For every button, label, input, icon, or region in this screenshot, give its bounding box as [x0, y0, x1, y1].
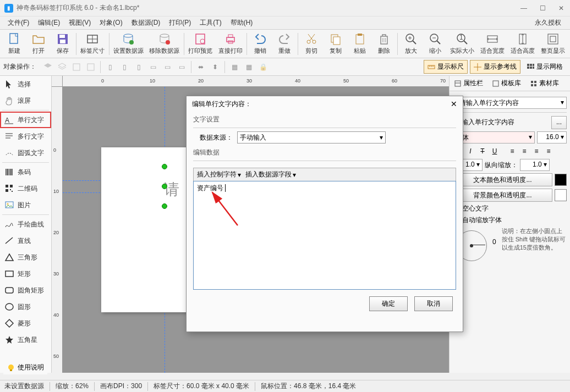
menu-help[interactable]: 帮助(H) — [227, 17, 256, 29]
menu-view[interactable]: 视图(V) — [65, 17, 94, 29]
content-more-button[interactable]: ... — [551, 116, 567, 129]
tool-diamond[interactable]: 菱形 — [0, 315, 51, 332]
menu-edit[interactable]: 编辑(E) — [35, 17, 63, 29]
tb-ds-set[interactable]: 设置数据源 — [111, 31, 146, 57]
tool-text1[interactable]: A单行文字 — [0, 112, 51, 128]
tb-zoom1[interactable]: 1实际大小 — [447, 31, 478, 57]
menu-file[interactable]: 文件(F) — [4, 17, 32, 29]
tool-line[interactable]: 直线 — [0, 233, 51, 249]
tool-qr[interactable]: 二维码 — [0, 180, 51, 197]
show-guides-toggle[interactable]: 显示参考线 — [470, 60, 520, 74]
tool-pointer[interactable]: 选择 — [0, 76, 51, 92]
tool-circle[interactable]: 圆形 — [0, 299, 51, 315]
tab-templates[interactable]: 模板库 — [490, 78, 523, 89]
handle-mid[interactable] — [162, 184, 167, 189]
tab-properties[interactable]: 属性栏 — [452, 78, 485, 89]
show-ruler-toggle[interactable]: 显示标尺 — [424, 60, 468, 74]
dialog-textarea[interactable]: 资产编号 — [193, 181, 456, 290]
dist-h-icon[interactable]: ⬌ — [195, 61, 207, 73]
maximize-button[interactable]: ☐ — [538, 4, 547, 12]
tool-freehand[interactable]: 手绘曲线 — [0, 216, 51, 233]
text-content-dropdown[interactable]: - 请输入单行文字内容▾ — [453, 97, 567, 109]
tb-cut[interactable]: 剪切 — [299, 31, 324, 57]
tb-new[interactable]: 新建 — [2, 31, 26, 57]
dialog-ok-button[interactable]: 确定 — [369, 296, 408, 311]
handle-bot[interactable] — [162, 203, 167, 209]
insert-datasource-field-button[interactable]: 插入数据源字段▾ — [245, 170, 296, 179]
align-right-button[interactable]: ≡ — [531, 146, 542, 157]
align-justify-button[interactable]: ≡ — [543, 146, 554, 157]
tb-copy[interactable]: 复制 — [324, 31, 348, 57]
layer-icon[interactable] — [42, 61, 54, 73]
align-right-icon[interactable]: ▯ — [133, 61, 145, 73]
tb-zoomin[interactable]: 放大 — [399, 31, 423, 57]
tool-textarc[interactable]: 圆弧文字 — [0, 145, 51, 161]
help-button[interactable]: 使用说明 — [3, 361, 47, 374]
vscale-input[interactable]: 1.0 ▾ — [520, 159, 550, 171]
tb-preview[interactable]: 打印预览 — [185, 31, 216, 57]
close-button[interactable]: ✕ — [557, 4, 566, 12]
insert-control-char-button[interactable]: 插入控制字符▾ — [197, 170, 241, 179]
layer2-icon[interactable] — [56, 61, 68, 73]
tool-image[interactable]: 图片 — [0, 197, 51, 213]
text-color-swatch[interactable] — [555, 174, 567, 186]
font-select[interactable]: 宋体▾ — [453, 131, 535, 143]
tb-paste[interactable]: 粘贴 — [348, 31, 372, 57]
rotate-help: 说明：在左侧小圆点上按住 Shift 键拖动鼠标可以生成15度倍数角。 — [502, 227, 567, 252]
titlebar: ▮ 神奇条码标签打印系统 6.0 - 未命名1.lbcp* — ☐ ✕ — [0, 0, 570, 16]
align-left-button[interactable]: ≡ — [507, 146, 518, 157]
layer4-icon[interactable] — [85, 61, 97, 73]
tb-fitp[interactable]: 整页显示 — [538, 31, 568, 57]
dist-v-icon[interactable]: ⬍ — [209, 61, 221, 73]
tool-tri[interactable]: 三角形 — [0, 249, 51, 266]
align-top-icon[interactable]: ▭ — [147, 61, 159, 73]
font-size-input[interactable]: 16.0 ▾ — [537, 131, 567, 143]
bg-color-button[interactable]: 背景颜色和透明度... — [453, 189, 552, 202]
menu-datasource[interactable]: 数据源(D) — [128, 17, 164, 29]
italic-button[interactable]: I — [465, 146, 476, 157]
tb-print[interactable]: 直接打印 — [215, 31, 245, 57]
tb-redo[interactable]: 重做 — [272, 31, 297, 57]
tb-delete[interactable]: 删除 — [372, 31, 396, 57]
dialog-cancel-button[interactable]: 取消 — [414, 296, 453, 311]
tool-star[interactable]: 五角星 — [0, 332, 51, 348]
align-bottom-icon[interactable]: ▭ — [176, 61, 188, 73]
align-center-icon[interactable]: ▯ — [118, 61, 130, 73]
strike-button[interactable]: T — [477, 146, 488, 157]
tb-ds-del[interactable]: 移除数据源 — [146, 31, 182, 57]
svg-rect-84 — [534, 84, 536, 86]
menu-object[interactable]: 对象(O) — [96, 17, 125, 29]
tb-open[interactable]: 打开 — [26, 31, 51, 57]
tb-fitw[interactable]: 适合宽度 — [478, 31, 508, 57]
tb-zoomout[interactable]: 缩小 — [423, 31, 447, 57]
group-icon[interactable]: ▦ — [228, 61, 240, 73]
menu-print[interactable]: 打印(P) — [166, 17, 194, 29]
align-center-button[interactable]: ≡ — [519, 146, 530, 157]
align-left-icon[interactable]: ▯ — [104, 61, 116, 73]
text-color-button[interactable]: 文本颜色和透明度... — [453, 173, 552, 186]
tool-barcode[interactable]: 条码 — [0, 164, 51, 180]
fitw-icon — [486, 32, 499, 46]
tool-rect[interactable]: 矩形 — [0, 266, 51, 282]
tb-undo[interactable]: 撤销 — [248, 31, 272, 57]
show-grid-toggle[interactable]: 显示网格 — [523, 60, 567, 74]
minimize-button[interactable]: — — [519, 4, 528, 12]
layer3-icon[interactable] — [70, 61, 83, 73]
lock-icon[interactable]: 🔒 — [257, 61, 269, 73]
menu-tools[interactable]: 工具(T) — [196, 17, 224, 29]
tab-assets[interactable]: 素材库 — [528, 78, 561, 89]
underline-button[interactable]: U — [489, 146, 500, 157]
text-object[interactable]: 请 — [164, 179, 179, 200]
tb-fith[interactable]: 适合高度 — [507, 31, 538, 57]
tb-save[interactable]: 保存 — [51, 31, 75, 57]
tool-textm[interactable]: 多行文字 — [0, 128, 51, 145]
dialog-close-button[interactable]: ✕ — [451, 100, 457, 108]
tool-hand[interactable]: 滚屏 — [0, 92, 51, 109]
ungroup-icon[interactable]: ▦ — [243, 61, 255, 73]
tb-size[interactable]: 标签尺寸 — [78, 31, 108, 57]
bg-color-swatch[interactable] — [555, 189, 567, 201]
handle-top[interactable] — [162, 164, 167, 169]
tool-rrect[interactable]: 圆角矩形 — [0, 282, 51, 299]
dialog-src-select[interactable]: 手动输入▾ — [237, 131, 386, 143]
align-middle-icon[interactable]: ▭ — [161, 61, 173, 73]
